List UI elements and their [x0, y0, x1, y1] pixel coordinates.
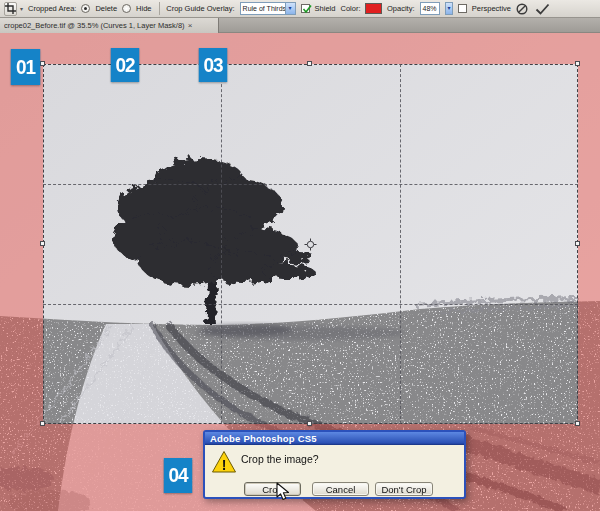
rule-of-thirds-line-h2 [43, 304, 578, 305]
close-tab-icon[interactable]: × [188, 22, 193, 30]
document-tab-title: crope02_Before.tif @ 35.5% (Curves 1, La… [4, 21, 185, 30]
callout-01: 01 [11, 49, 40, 85]
crop-guide-overlay-label: Crop Guide Overlay: [166, 0, 234, 18]
shield-color-label: Color: [340, 0, 360, 18]
photoshop-window: ▾ Cropped Area: Delete Hide Crop Guide O… [0, 0, 600, 511]
hide-radio-label[interactable]: Hide [136, 0, 151, 18]
rule-of-thirds-line-v1 [221, 64, 222, 424]
warning-icon: ! [211, 450, 237, 474]
crop-tool-icon[interactable] [4, 2, 17, 16]
crop-shield-right [578, 64, 600, 511]
hide-radio[interactable] [122, 4, 131, 13]
canvas[interactable]: 01 02 03 04 Adobe Photoshop CS5 ! Crop t… [0, 33, 600, 511]
dialog-titlebar[interactable]: Adobe Photoshop CS5 [205, 432, 464, 445]
tool-preset-chevron-icon[interactable]: ▾ [20, 5, 23, 12]
document-tab[interactable]: crope02_Before.tif @ 35.5% (Curves 1, La… [0, 18, 219, 33]
perspective-checkbox[interactable] [458, 4, 467, 13]
opacity-dropdown-icon[interactable]: ▾ [445, 2, 453, 15]
crop-handle-s[interactable] [307, 421, 312, 426]
callout-03: 03 [199, 48, 228, 82]
shield-checkbox-label[interactable]: Shield [315, 0, 336, 18]
crop-confirm-dialog: Adobe Photoshop CS5 ! Crop the image? Cr… [203, 430, 466, 499]
crop-options-bar: ▾ Cropped Area: Delete Hide Crop Guide O… [0, 0, 600, 18]
separator [159, 2, 160, 15]
cancel-button[interactable]: Cancel [312, 482, 369, 496]
svg-text:!: ! [222, 457, 227, 473]
crop-shield-left [0, 64, 43, 511]
crop-handle-e[interactable] [575, 241, 580, 246]
crop-guide-overlay-select[interactable]: Rule of Thirds ▾ [240, 2, 296, 15]
crop-shield-top [0, 33, 600, 64]
callout-04: 04 [164, 458, 193, 493]
delete-radio[interactable] [81, 4, 90, 13]
chevron-down-icon[interactable]: ▾ [285, 3, 295, 14]
dont-crop-button[interactable]: Don't Crop [375, 482, 433, 496]
crop-handle-nw[interactable] [40, 61, 45, 66]
crop-handle-n[interactable] [307, 61, 312, 66]
rule-of-thirds-line-h1 [43, 184, 578, 185]
commit-crop-icon[interactable] [535, 3, 550, 15]
dialog-body: ! Crop the image? Crop Cancel Don't Crop [205, 445, 464, 497]
rule-of-thirds-line-v2 [400, 64, 401, 424]
commit-controls [516, 3, 550, 15]
dialog-title: Adobe Photoshop CS5 [210, 433, 317, 444]
crop-handle-se[interactable] [575, 421, 580, 426]
perspective-checkbox-label[interactable]: Perspective [472, 0, 511, 18]
dialog-message: Crop the image? [241, 453, 319, 465]
mouse-cursor [276, 482, 290, 501]
delete-radio-label[interactable]: Delete [95, 0, 117, 18]
crop-guide-overlay-value: Rule of Thirds [241, 3, 285, 14]
opacity-input[interactable]: 48% [420, 2, 441, 15]
crop-handle-w[interactable] [40, 241, 45, 246]
crop-handle-sw[interactable] [40, 421, 45, 426]
crop-center-marker[interactable] [304, 238, 317, 251]
crop-button[interactable]: Crop [244, 482, 301, 496]
opacity-label: Opacity: [387, 0, 415, 18]
tab-bar: crope02_Before.tif @ 35.5% (Curves 1, La… [0, 18, 600, 33]
cropped-area-label: Cropped Area: [28, 0, 76, 18]
callout-02: 02 [111, 48, 140, 82]
cancel-crop-icon[interactable] [516, 3, 528, 15]
shield-color-swatch[interactable] [365, 3, 382, 14]
shield-checkbox[interactable] [301, 4, 310, 13]
crop-handle-ne[interactable] [575, 61, 580, 66]
